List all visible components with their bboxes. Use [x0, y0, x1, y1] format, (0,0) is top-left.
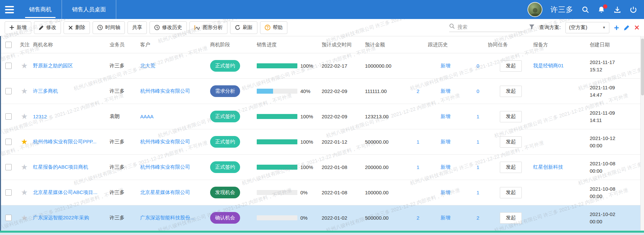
task-count-link[interactable]: 1 [477, 114, 498, 119]
notification-bell-icon[interactable] [597, 6, 605, 14]
help-icon: ? [265, 25, 270, 30]
followup-add-link[interactable]: 新增 [441, 139, 451, 145]
add-button[interactable]: 新增 [5, 21, 31, 34]
followup-count-link[interactable]: 1 [417, 164, 438, 170]
followup-add-link[interactable]: 新增 [441, 63, 451, 69]
opportunity-name-link[interactable]: 野原新之助的园区 [33, 63, 73, 69]
query-plan-label: 查询方案: [539, 24, 561, 31]
refresh-button[interactable]: 刷新 [230, 21, 257, 34]
modify-button[interactable]: 修改 [34, 21, 61, 34]
share-button[interactable]: 共享 [128, 21, 147, 34]
scrollbar-thumb[interactable] [641, 39, 644, 95]
initiate-task-button[interactable]: 发起 [500, 86, 522, 97]
progress-bar [257, 139, 297, 144]
row-checkbox[interactable] [5, 113, 12, 120]
table-header-row: 关注 商机名称 业务员 客户 商机阶段 销售进度 预计成交时间 预计金额 跟进历… [1, 36, 644, 53]
graph-analysis-button[interactable]: 图形分析 [189, 21, 227, 34]
expected-close-date: 2022-01-12 [322, 139, 347, 145]
star-icon[interactable]: ★ [21, 189, 28, 196]
delete-button[interactable]: 删除 [64, 21, 90, 34]
initiate-task-button[interactable]: 发起 [500, 162, 522, 173]
followup-count-link[interactable]: 1 [417, 139, 438, 145]
row-checkbox[interactable] [5, 164, 12, 170]
created-time: 00:00 [590, 218, 615, 225]
task-count-link[interactable]: 2 [477, 215, 498, 221]
table-row[interactable]: ★ 许三多商机 许三多 杭州伟峰实业有限公司 需求分析 40% 2022-02-… [1, 79, 644, 104]
opportunity-name-link[interactable]: 红星报备的ABC项目商机 [33, 164, 88, 170]
opportunity-name-link[interactable]: 12312 [33, 114, 47, 119]
task-count-link[interactable]: 0 [477, 63, 498, 69]
star-icon[interactable]: ★ [21, 138, 28, 146]
user-avatar[interactable] [527, 2, 542, 17]
star-icon[interactable]: ★ [21, 214, 28, 222]
close-query-plan-icon[interactable] [634, 25, 639, 30]
table-row[interactable]: ★ 北京星星媒体公司ABC项目... 许三多 北京星星媒体有限公司 发现机会 0… [1, 180, 644, 205]
refresh-icon [235, 25, 240, 30]
followup-add-link[interactable]: 新增 [441, 113, 451, 120]
edit-query-plan-icon[interactable] [624, 25, 630, 31]
reporter-link[interactable]: 我是经销商01 [533, 63, 564, 69]
row-checkbox[interactable] [5, 139, 12, 145]
download-icon[interactable] [613, 6, 621, 14]
select-all-checkbox[interactable] [5, 42, 12, 48]
bottom-edge-strip [0, 233, 644, 235]
task-count-link[interactable]: 1 [477, 164, 498, 170]
table-row[interactable]: ★ 12312 袁朗 AAAA 正式签约 100% 2022-02-09 123… [1, 104, 644, 129]
table-row[interactable]: ★ 广东深远智能2022年采购 许三多 广东深远智能科技股份... 确认机会 0… [1, 205, 644, 231]
row-checkbox[interactable] [5, 88, 12, 94]
timeline-button[interactable]: 时间轴 [93, 21, 125, 34]
customer-link[interactable]: 北京星星媒体有限公司 [140, 189, 190, 196]
filter-funnel-icon[interactable] [529, 24, 535, 31]
initiate-task-button[interactable]: 发起 [500, 111, 522, 122]
star-icon[interactable]: ★ [21, 113, 28, 120]
followup-add-link[interactable]: 新增 [441, 215, 451, 221]
help-button[interactable]: ? 帮助 [260, 21, 287, 34]
star-icon[interactable]: ★ [21, 163, 28, 171]
customer-link[interactable]: 杭州伟峰实业有限公司 [140, 139, 190, 145]
star-icon[interactable]: ★ [21, 62, 28, 70]
followup-add-link[interactable]: 新增 [441, 164, 451, 170]
initiate-task-button[interactable]: 发起 [500, 212, 522, 224]
row-checkbox[interactable] [5, 215, 12, 221]
task-count-link[interactable]: 1 [477, 139, 498, 145]
hamburger-menu-icon[interactable] [0, 0, 19, 19]
modify-history-button[interactable]: 修改历史 [150, 21, 187, 34]
followup-add-link[interactable]: 新增 [441, 189, 451, 196]
followup-add-link[interactable]: 新增 [441, 88, 451, 94]
followup-count-link[interactable]: 2 [417, 88, 438, 94]
table-row[interactable]: ★ 杭州伟峰实业有限公司PPP... 许三多 杭州伟峰实业有限公司 正式签约 1… [1, 129, 644, 155]
stage-badge: 确认机会 [210, 212, 240, 224]
row-checkbox[interactable] [5, 63, 12, 69]
star-icon[interactable]: ★ [21, 87, 28, 95]
opportunity-name-link[interactable]: 广东深远智能2022年采购 [33, 215, 89, 221]
vertical-scrollbar[interactable] [640, 36, 644, 231]
customer-link[interactable]: 杭州伟峰实业有限公司 [140, 88, 190, 94]
power-icon[interactable] [629, 6, 637, 14]
task-count-link[interactable]: 1 [477, 190, 498, 195]
query-plan-select[interactable]: (空方案) ▼ [565, 22, 609, 33]
customer-link[interactable]: 广东深远智能科技股份... [140, 215, 194, 221]
row-checkbox[interactable] [5, 189, 12, 196]
initiate-task-button[interactable]: 发起 [500, 187, 522, 198]
table-row[interactable]: ★ 红星报备的ABC项目商机 许三多 杭州伟峰实业有限公司 正式签约 100% … [1, 155, 644, 180]
customer-link[interactable]: 杭州伟峰实业有限公司 [140, 164, 190, 170]
customer-link[interactable]: 北大荒 [140, 63, 155, 69]
username[interactable]: 许三多 [550, 5, 573, 15]
opportunity-name-link[interactable]: 北京星星媒体公司ABC项目... [33, 189, 97, 196]
initiate-task-button[interactable]: 发起 [500, 60, 522, 72]
followup-count-link[interactable]: 2 [417, 215, 438, 221]
opportunity-name-link[interactable]: 许三多商机 [33, 88, 58, 94]
expected-amount: 123213.00 [365, 114, 389, 119]
task-count-link[interactable]: 0 [477, 88, 498, 94]
initiate-task-button[interactable]: 发起 [500, 136, 522, 148]
search-icon[interactable] [581, 6, 589, 14]
tab-salesperson-desktop[interactable]: 销售人员桌面 [62, 0, 116, 19]
opportunity-name-link[interactable]: 杭州伟峰实业有限公司PPP... [33, 139, 97, 145]
add-query-plan-icon[interactable]: + [614, 24, 619, 31]
customer-link[interactable]: AAAA [140, 114, 154, 119]
table-row[interactable]: ★ 野原新之助的园区 许三多 北大荒 正式签约 100% 2022-02-17 … [1, 53, 644, 79]
search-input[interactable] [458, 24, 517, 30]
tab-sales-opportunity[interactable]: 销售商机 [19, 0, 62, 19]
reporter-link[interactable]: 红星创新科技 [533, 164, 563, 170]
progress-percent: 0% [300, 215, 308, 221]
